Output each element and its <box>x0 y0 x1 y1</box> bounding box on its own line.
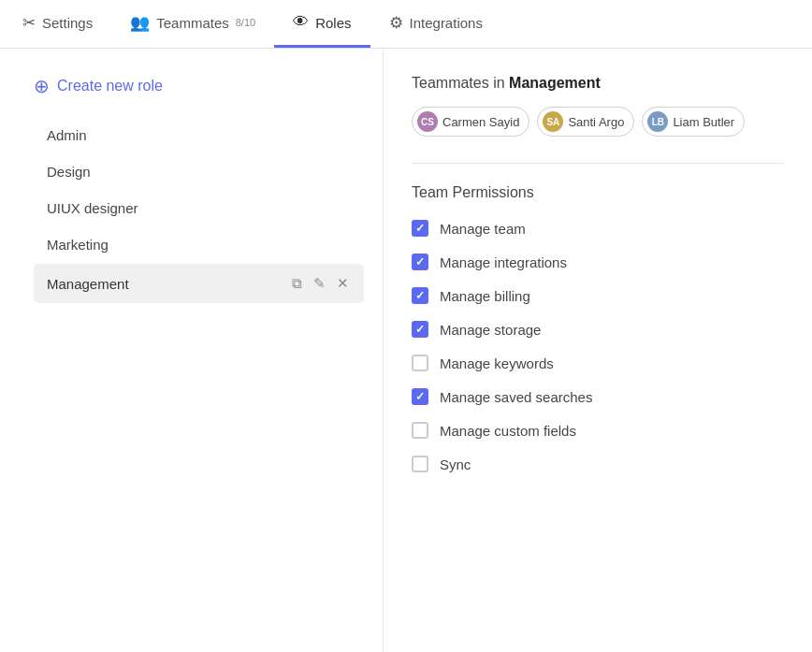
nav-label-settings: Settings <box>42 15 93 31</box>
nav-badge-teammates: 8/10 <box>236 17 255 28</box>
role-item-admin[interactable]: Admin <box>34 118 364 152</box>
role-item-label-marketing: Marketing <box>47 237 109 253</box>
settings-icon: ✂ <box>22 13 36 33</box>
checkbox-sync[interactable] <box>412 456 428 472</box>
create-role-label: Create new role <box>57 78 163 94</box>
checkbox-manage_storage[interactable] <box>412 321 428 338</box>
role-item-design[interactable]: Design <box>34 154 364 189</box>
role-item-label-management: Management <box>47 276 290 292</box>
permission-item-manage_custom_fields: Manage custom fields <box>412 422 784 439</box>
role-item-label-uiux: UIUX designer <box>47 200 138 216</box>
left-panel: ⊕ Create new role AdminDesignUIUX design… <box>0 49 384 652</box>
permission-label-manage_integrations: Manage integrations <box>440 254 567 270</box>
top-nav: ✂Settings👥Teammates8/10👁Roles⚙Integratio… <box>0 0 812 49</box>
checkbox-manage_billing[interactable] <box>412 287 428 304</box>
permission-item-manage_integrations: Manage integrations <box>412 254 784 270</box>
create-role-button[interactable]: ⊕ Create new role <box>34 75 364 97</box>
role-item-uiux[interactable]: UIUX designer <box>34 191 364 225</box>
permission-item-manage_storage: Manage storage <box>412 321 784 338</box>
permission-item-manage_team: Manage team <box>412 220 784 237</box>
permission-label-manage_saved_searches: Manage saved searches <box>440 389 592 405</box>
teammate-chips: CS Carmen Sayid SA Santi Argo LB Liam Bu… <box>412 107 784 137</box>
permission-label-manage_keywords: Manage keywords <box>440 355 554 371</box>
teammate-chip-liam: LB Liam Butler <box>642 107 745 137</box>
nav-item-integrations[interactable]: ⚙Integrations <box>370 0 501 48</box>
permissions-title: Team Permissions <box>412 184 784 201</box>
nav-label-integrations: Integrations <box>410 15 483 31</box>
avatar-liam: LB <box>647 111 668 132</box>
delete-role-button[interactable]: ✕ <box>335 273 351 294</box>
checkbox-manage_saved_searches[interactable] <box>412 388 428 405</box>
role-name-display: Management <box>509 75 601 91</box>
teammate-name-santi: Santi Argo <box>568 115 624 129</box>
permission-label-manage_billing: Manage billing <box>440 288 530 304</box>
role-list: AdminDesignUIUX designerMarketing Manage… <box>34 118 364 303</box>
nav-item-teammates[interactable]: 👥Teammates8/10 <box>111 0 274 48</box>
role-item-management[interactable]: Management ⧉ ✎ ✕ <box>34 264 364 303</box>
roles-icon: 👁 <box>293 13 309 32</box>
teammate-name-carmen: Carmen Sayid <box>442 115 519 129</box>
teammate-name-liam: Liam Butler <box>673 115 734 129</box>
permission-item-sync: Sync <box>412 456 784 472</box>
nav-item-settings[interactable]: ✂Settings <box>19 0 111 48</box>
edit-role-button[interactable]: ✎ <box>312 273 327 294</box>
role-item-label-design: Design <box>47 164 91 180</box>
copy-role-button[interactable]: ⧉ <box>290 273 304 294</box>
nav-label-teammates: Teammates <box>156 15 229 31</box>
teammates-icon: 👥 <box>130 13 150 33</box>
role-item-label-admin: Admin <box>47 127 87 143</box>
permission-label-manage_custom_fields: Manage custom fields <box>440 423 576 439</box>
permission-item-manage_billing: Manage billing <box>412 287 784 304</box>
divider <box>412 163 784 164</box>
teammate-chip-santi: SA Santi Argo <box>537 107 634 137</box>
avatar-carmen: CS <box>417 111 438 132</box>
nav-label-roles: Roles <box>315 15 351 31</box>
right-panel: Teammates in Management CS Carmen Sayid … <box>384 49 812 652</box>
integrations-icon: ⚙ <box>389 13 403 33</box>
permission-label-sync: Sync <box>440 456 471 472</box>
permission-label-manage_team: Manage team <box>440 221 526 237</box>
permission-label-manage_storage: Manage storage <box>440 322 541 338</box>
teammates-label: Teammates in <box>412 75 505 91</box>
role-item-marketing[interactable]: Marketing <box>34 227 364 262</box>
main-layout: ⊕ Create new role AdminDesignUIUX design… <box>0 49 812 652</box>
permission-item-manage_keywords: Manage keywords <box>412 355 784 371</box>
nav-item-roles[interactable]: 👁Roles <box>274 0 370 48</box>
checkbox-manage_integrations[interactable] <box>412 254 428 270</box>
avatar-santi: SA <box>543 111 563 132</box>
teammates-title: Teammates in Management <box>412 75 784 92</box>
teammate-chip-carmen: CS Carmen Sayid <box>412 107 529 137</box>
checkbox-manage_custom_fields[interactable] <box>412 422 428 439</box>
role-actions: ⧉ ✎ ✕ <box>290 273 351 294</box>
permissions-list: Manage team Manage integrations Manage b… <box>412 220 784 472</box>
checkbox-manage_team[interactable] <box>412 220 428 237</box>
permission-item-manage_saved_searches: Manage saved searches <box>412 388 784 405</box>
checkbox-manage_keywords[interactable] <box>412 355 428 371</box>
plus-circle-icon: ⊕ <box>34 75 50 97</box>
